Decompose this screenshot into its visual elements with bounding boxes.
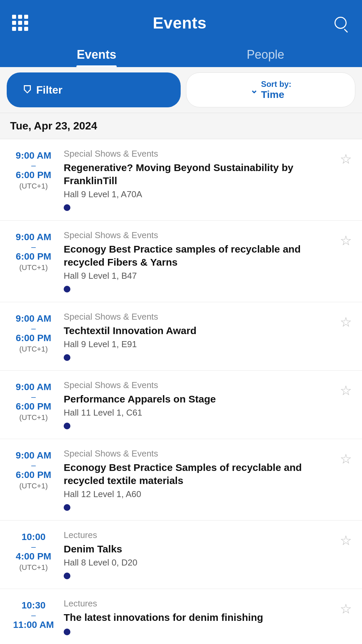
event-time-dash: – [31,611,36,619]
event-content: Special Shows & Events Performance Appar… [64,380,333,429]
event-location: Hall 8 Level 0, D20 [64,557,333,568]
event-time-end: 6:00 PM [16,401,51,412]
event-indicator-dot [64,423,70,429]
event-favorite[interactable]: ☆ [340,380,352,429]
filter-icon: ⛉ [23,85,32,96]
event-category: Special Shows & Events [64,149,333,159]
event-title: Econogy Best Practice Samples of recycla… [64,461,333,487]
star-icon[interactable]: ☆ [340,233,352,248]
star-icon[interactable]: ☆ [340,314,352,330]
search-icon [335,17,347,29]
event-favorite[interactable]: ☆ [340,598,352,635]
date-header: Tue, Apr 23, 2024 [0,113,362,139]
event-content: Special Shows & Events Regenerative? Mov… [64,149,333,211]
event-time-dash: – [31,243,36,251]
event-time-start: 10:00 [21,531,46,543]
event-title: The latest innovations for denim finishi… [64,611,333,624]
star-icon[interactable]: ☆ [340,533,352,548]
event-title: Econogy Best Practice samples of recycla… [64,243,333,269]
event-item: 9:00 AM – 6:00 PM (UTC+1) Special Shows … [0,221,362,302]
event-item: 9:00 AM – 6:00 PM (UTC+1) Special Shows … [0,371,362,439]
event-time-dash: – [31,393,36,401]
event-time-dash: – [31,461,36,469]
event-time-end: 6:00 PM [16,332,51,344]
event-time-end: 6:00 PM [16,169,51,181]
events-list: 9:00 AM – 6:00 PM (UTC+1) Special Shows … [0,139,362,644]
event-time-start: 9:00 AM [16,450,51,461]
event-content: Special Shows & Events Econogy Best Prac… [64,448,333,511]
event-item: 9:00 AM – 6:00 PM (UTC+1) Special Shows … [0,302,362,371]
event-time-end: 6:00 PM [16,251,51,262]
event-indicator-dot [64,354,70,361]
tab-people[interactable]: People [181,42,350,67]
sort-button[interactable]: ⌄ Sort by: Time [186,72,355,107]
event-time: 10:30 – 11:00 AM [10,598,57,635]
event-location: Hall 9 Level 1, A70A [64,189,333,200]
event-content: Special Shows & Events Techtextil Innova… [64,312,333,361]
event-location: Hall 9 Level 1, E91 [64,339,333,350]
event-location: Hall 9 Level 1, B47 [64,271,333,281]
event-indicator-dot [64,629,70,635]
event-indicator-dot [64,286,70,292]
event-indicator-dot [64,504,70,511]
event-time-end: 4:00 PM [16,551,51,562]
event-content: Special Shows & Events Econogy Best Prac… [64,230,333,292]
event-title: Performance Apparels on Stage [64,392,333,406]
event-indicator-dot [64,204,70,211]
filter-bar: ⛉ Filter ⌄ Sort by: Time [0,67,362,113]
event-favorite[interactable]: ☆ [340,230,352,292]
event-category: Special Shows & Events [64,230,333,240]
event-title: Regenerative? Moving Beyond Sustainabili… [64,161,333,187]
event-item: 9:00 AM – 6:00 PM (UTC+1) Special Shows … [0,139,362,221]
event-indicator-dot [64,573,70,579]
event-category: Lectures [64,598,333,609]
event-item: 10:00 – 4:00 PM (UTC+1) Lectures Denim T… [0,521,362,589]
filter-button[interactable]: ⛉ Filter [7,72,181,107]
event-favorite[interactable]: ☆ [340,448,352,511]
page-title: Events [153,14,206,32]
event-favorite[interactable]: ☆ [340,312,352,361]
event-location: Hall 11 Level 1, C61 [64,408,333,418]
event-content: Lectures The latest innovations for deni… [64,598,333,635]
event-title: Techtextil Innovation Award [64,324,333,337]
event-time-start: 10:30 [21,600,46,611]
event-time: 9:00 AM – 6:00 PM (UTC+1) [10,230,57,292]
tab-bar: Events People [12,42,350,67]
event-title: Denim Talks [64,542,333,555]
event-timezone: (UTC+1) [19,263,48,272]
star-icon[interactable]: ☆ [340,151,352,167]
event-time-end: 11:00 AM [13,619,54,631]
event-time-start: 9:00 AM [16,313,51,324]
event-time-dash: – [31,543,36,551]
event-timezone: (UTC+1) [19,345,48,354]
event-time: 9:00 AM – 6:00 PM (UTC+1) [10,149,57,211]
event-location: Hall 12 Level 1, A60 [64,489,333,499]
search-button[interactable] [331,13,350,32]
event-item: 10:30 – 11:00 AM Lectures The latest inn… [0,589,362,644]
star-icon[interactable]: ☆ [340,601,352,616]
event-time-dash: – [31,324,36,332]
event-timezone: (UTC+1) [19,182,48,191]
event-time: 9:00 AM – 6:00 PM (UTC+1) [10,448,57,511]
event-category: Lectures [64,530,333,540]
event-time-start: 9:00 AM [16,150,51,161]
event-time-end: 6:00 PM [16,469,51,481]
star-icon[interactable]: ☆ [340,451,352,467]
grid-menu-icon[interactable] [12,15,28,31]
event-favorite[interactable]: ☆ [340,530,352,579]
event-favorite[interactable]: ☆ [340,149,352,211]
event-timezone: (UTC+1) [19,482,48,490]
event-timezone: (UTC+1) [19,413,48,422]
event-time: 10:00 – 4:00 PM (UTC+1) [10,530,57,579]
event-category: Special Shows & Events [64,380,333,390]
app-header: Events Events People [0,0,362,67]
event-time-start: 9:00 AM [16,231,51,243]
star-icon[interactable]: ☆ [340,383,352,398]
event-time: 9:00 AM – 6:00 PM (UTC+1) [10,380,57,429]
event-category: Special Shows & Events [64,448,333,459]
event-time-start: 9:00 AM [16,381,51,393]
chevron-down-icon: ⌄ [250,85,258,96]
tab-events[interactable]: Events [12,42,181,67]
event-timezone: (UTC+1) [19,563,48,572]
event-time-dash: – [31,161,36,169]
